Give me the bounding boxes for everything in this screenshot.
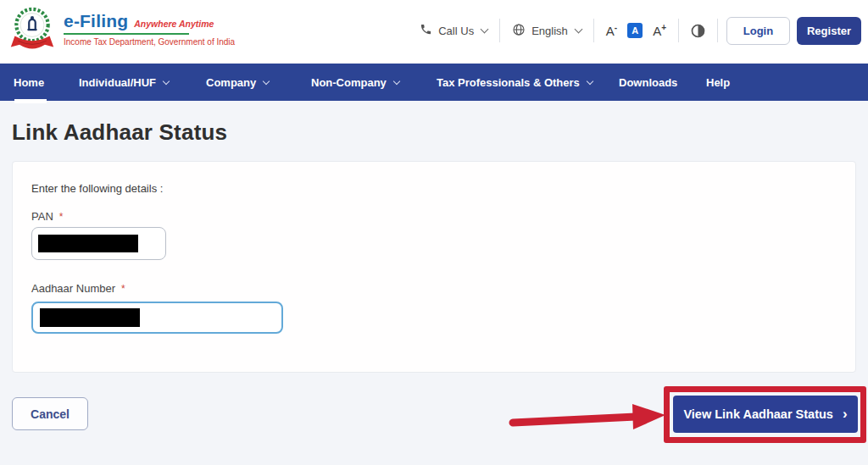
form-instruction: Enter the following details : — [31, 182, 163, 195]
chevron-down-icon — [587, 78, 593, 85]
brand-tagline: Anywhere Anytime — [134, 19, 214, 29]
chevron-down-icon — [263, 78, 270, 85]
view-link-aadhaar-status-button[interactable]: View Link Aadhaar Status › — [673, 396, 858, 433]
phone-icon — [420, 23, 432, 38]
cancel-button[interactable]: Cancel — [12, 397, 88, 430]
language-menu[interactable]: English — [512, 23, 581, 39]
font-size-decrease-button[interactable]: A- — [606, 23, 617, 38]
language-label: English — [531, 25, 568, 37]
nav-item-non-company[interactable]: Non-Company — [311, 64, 399, 101]
main-nav: Home Individual/HUF Company Non-Company … — [0, 64, 868, 101]
contrast-toggle[interactable] — [691, 24, 705, 38]
nav-item-tax-professionals[interactable]: Tax Professionals & Others — [437, 64, 593, 101]
nav-item-individual-huf[interactable]: Individual/HUF — [79, 64, 169, 101]
redacted-pan-value — [38, 235, 138, 252]
call-us-label: Call Us — [438, 25, 474, 37]
active-nav-indicator — [14, 99, 47, 103]
font-size-default-button[interactable]: A — [627, 23, 643, 38]
chevron-down-icon — [393, 78, 400, 85]
chevron-down-icon — [574, 25, 582, 34]
nav-item-home[interactable]: Home — [14, 64, 44, 101]
header-controls: Call Us English A- A A+ — [420, 14, 861, 47]
chevron-right-icon: › — [843, 407, 848, 423]
nav-item-downloads[interactable]: Downloads — [619, 64, 677, 101]
aadhaar-number-label: Aadhaar Number* — [31, 282, 125, 295]
page-title: Link Aadhaar Status — [12, 119, 227, 146]
globe-icon — [512, 23, 526, 39]
font-size-controls: A- A A+ — [606, 23, 666, 38]
income-tax-emblem-icon — [8, 4, 56, 60]
header-divider — [717, 19, 718, 42]
redacted-aadhaar-value — [40, 308, 140, 327]
header-divider — [678, 19, 679, 42]
login-button[interactable]: Login — [726, 17, 790, 45]
required-asterisk: * — [59, 211, 64, 223]
register-button[interactable]: Register — [797, 17, 861, 45]
annotation-arrow-icon — [505, 400, 671, 437]
top-header: e-Filing Anywhere Anytime Income Tax Dep… — [0, 0, 868, 64]
efiling-logo[interactable]: e-Filing Anywhere Anytime Income Tax Dep… — [8, 4, 235, 60]
submit-label: View Link Aadhaar Status — [683, 407, 832, 421]
chevron-down-icon — [481, 25, 489, 34]
brand-name: e-Filing — [64, 11, 128, 31]
call-us-menu[interactable]: Call Us — [420, 23, 487, 38]
header-divider — [593, 19, 594, 42]
nav-item-help[interactable]: Help — [706, 64, 730, 101]
efiling-portal-page: e-Filing Anywhere Anytime Income Tax Dep… — [0, 0, 868, 465]
link-aadhaar-status-form-card: Enter the following details : PAN* Aadha… — [12, 161, 856, 373]
aadhaar-number-input[interactable] — [31, 302, 283, 334]
logo-divider — [64, 33, 189, 35]
logo-text: e-Filing Anywhere Anytime Income Tax Dep… — [64, 4, 235, 47]
pan-input[interactable] — [31, 227, 166, 260]
brand-subtitle: Income Tax Department, Government of Ind… — [64, 37, 235, 47]
required-asterisk: * — [121, 283, 125, 295]
chevron-down-icon — [163, 78, 170, 85]
pan-label: PAN* — [31, 210, 63, 223]
font-size-increase-button[interactable]: A+ — [653, 23, 666, 38]
nav-item-company[interactable]: Company — [206, 64, 269, 101]
header-divider — [499, 19, 500, 42]
